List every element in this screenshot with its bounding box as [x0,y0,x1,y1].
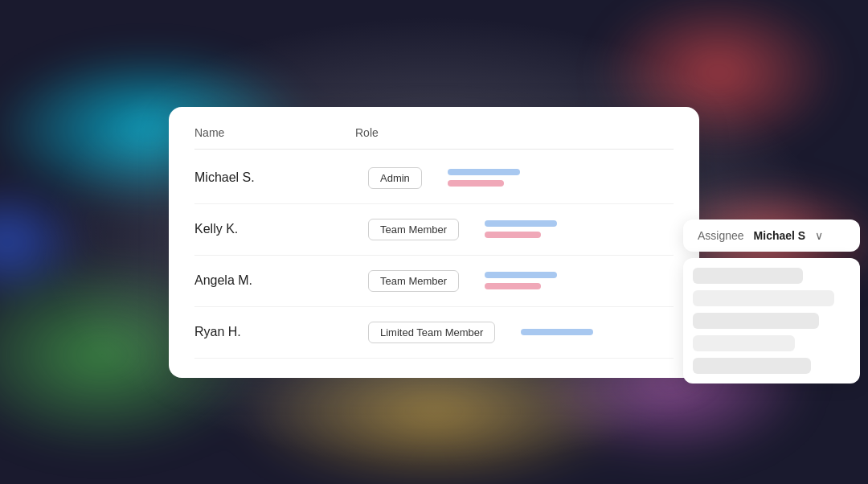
scene-container: Name Role Michael S. Admin Kelly K. Team… [169,107,699,378]
bar-group [521,329,661,335]
bar-group [448,169,661,187]
dropdown-item[interactable] [693,335,795,351]
bar-pink [485,232,541,238]
bar-blue [485,220,557,227]
person-name: Ryan H. [194,325,355,339]
role-badge: Team Member [368,219,459,240]
assignee-dropdown-card[interactable]: Assignee Michael S ∨ [683,219,860,384]
table-row: Ryan H. Limited Team Member [194,307,674,359]
bar-pink [485,283,541,289]
assignee-label: Assignee [698,229,744,242]
bar-group [485,220,661,238]
assignee-value: Michael S [754,229,806,242]
bar-group [485,272,661,289]
dropdown-item[interactable] [693,358,811,374]
role-badge: Limited Team Member [368,322,495,343]
table-header-row: Name Role [194,126,674,150]
person-name: Michael S. [194,170,355,185]
bar-pink [448,180,504,187]
column-header-name: Name [194,126,355,139]
role-badge: Admin [368,167,422,189]
bar-blue [521,329,593,335]
dropdown-item[interactable] [693,313,819,329]
bar-blue [448,169,520,175]
dropdown-item[interactable] [693,268,803,284]
assignee-header[interactable]: Assignee Michael S ∨ [683,219,860,252]
bar-blue [485,272,557,278]
person-name: Angela M. [194,273,355,288]
chevron-down-icon: ∨ [815,229,823,242]
person-name: Kelly K. [194,222,355,236]
table-row: Kelly K. Team Member [194,204,674,256]
role-badge: Team Member [368,270,459,292]
main-table-card: Name Role Michael S. Admin Kelly K. Team… [169,107,699,378]
dropdown-panel[interactable] [683,258,860,384]
dropdown-item[interactable] [693,290,834,306]
column-header-role: Role [355,126,674,139]
table-row: Angela M. Team Member [194,256,674,307]
table-row: Michael S. Admin [194,153,674,204]
